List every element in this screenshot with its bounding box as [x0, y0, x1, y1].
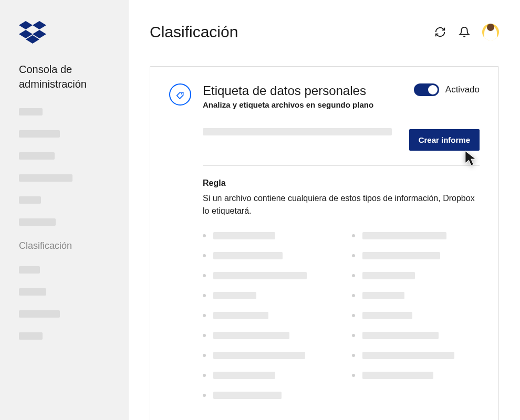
svg-point-5 [170, 84, 191, 105]
sidebar-item-placeholder[interactable] [19, 196, 41, 204]
console-title: Consola de administración [19, 62, 110, 91]
sync-icon[interactable] [434, 26, 446, 38]
rule-item [203, 272, 331, 279]
classification-card: Etiqueta de datos personales Analiza y e… [150, 66, 499, 420]
bullet-icon [203, 254, 206, 257]
rule-item [352, 372, 480, 379]
bell-icon[interactable] [458, 26, 471, 38]
rule-item [203, 352, 331, 359]
sidebar-nav: Clasificación [19, 108, 110, 340]
rule-item-placeholder [213, 252, 283, 259]
sidebar-item-placeholder[interactable] [19, 130, 60, 138]
bullet-icon [203, 354, 206, 357]
bullet-icon [203, 394, 206, 397]
bullet-icon [203, 314, 206, 317]
rule-item [352, 272, 480, 279]
tag-icon [169, 83, 191, 106]
rule-item-placeholder [362, 252, 440, 259]
bullet-icon [352, 254, 355, 257]
rule-item [203, 332, 331, 339]
bullet-icon [352, 354, 355, 357]
sidebar-item-placeholder[interactable] [19, 218, 56, 226]
rule-item [203, 292, 331, 299]
card-header: Etiqueta de datos personales Analiza y e… [169, 83, 480, 109]
dropbox-logo-icon [19, 21, 110, 46]
rule-description: Si un archivo contiene cualquiera de est… [203, 192, 480, 217]
rule-item-placeholder [362, 232, 446, 239]
rule-item-placeholder [362, 372, 433, 379]
sidebar-item-placeholder[interactable] [19, 266, 40, 274]
rule-item-placeholder [213, 312, 268, 319]
rule-item [352, 352, 480, 359]
sidebar-item-placeholder[interactable] [19, 108, 43, 116]
svg-point-6 [181, 93, 182, 94]
rule-list [203, 232, 480, 412]
sidebar-item-placeholder[interactable] [19, 332, 43, 340]
main-content: Clasificación [129, 0, 520, 420]
rule-item [352, 252, 480, 259]
sidebar-item-placeholder[interactable] [19, 288, 46, 296]
header-actions [434, 24, 499, 40]
rule-item [352, 232, 480, 239]
bullet-icon [352, 374, 355, 377]
rule-item-placeholder [362, 292, 404, 299]
rule-item-placeholder [213, 232, 275, 239]
toggle-wrapper: Activado [414, 83, 480, 96]
toggle-label: Activado [445, 85, 480, 95]
sidebar-item-placeholder[interactable] [19, 174, 72, 182]
rule-item-placeholder [213, 392, 282, 399]
bullet-icon [352, 274, 355, 277]
bullet-icon [203, 334, 206, 337]
card-subtitle: Analiza y etiqueta archivos en segundo p… [203, 100, 402, 109]
bullet-icon [203, 374, 206, 377]
bullet-icon [203, 294, 206, 297]
bullet-icon [352, 314, 355, 317]
rule-item-placeholder [362, 272, 415, 279]
create-report-row: Crear informe [169, 129, 480, 151]
bullet-icon [203, 234, 206, 237]
rule-heading: Regla [203, 178, 480, 188]
rule-item [203, 372, 331, 379]
bullet-icon [203, 274, 206, 277]
rule-item-placeholder [362, 332, 439, 339]
rule-item [352, 332, 480, 339]
sidebar: Consola de administración Clasificación [0, 0, 129, 420]
svg-marker-1 [33, 21, 46, 29]
rule-section: Regla Si un archivo contiene cualquiera … [203, 178, 480, 412]
rule-item-placeholder [362, 312, 412, 319]
header: Clasificación [150, 23, 499, 41]
rule-item [203, 312, 331, 319]
rule-item [203, 232, 331, 239]
divider [203, 165, 480, 166]
page-title: Clasificación [150, 23, 238, 41]
avatar[interactable] [482, 24, 499, 40]
rule-item [352, 312, 480, 319]
rule-item [203, 252, 331, 259]
rule-item-placeholder [213, 352, 305, 359]
bullet-icon [352, 294, 355, 297]
create-report-button[interactable]: Crear informe [409, 129, 480, 151]
toggle-switch[interactable] [414, 83, 439, 96]
sidebar-item-placeholder[interactable] [19, 152, 55, 160]
sidebar-item-classification[interactable]: Clasificación [19, 240, 110, 251]
rule-item-placeholder [213, 292, 256, 299]
rule-item-placeholder [362, 352, 454, 359]
card-header-text: Etiqueta de datos personales Analiza y e… [203, 83, 402, 109]
bullet-icon [352, 334, 355, 337]
rule-item [203, 392, 331, 399]
svg-marker-0 [19, 21, 33, 29]
bullet-icon [352, 234, 355, 237]
rule-item-placeholder [213, 372, 275, 379]
rule-item-placeholder [213, 272, 307, 279]
rule-item [352, 292, 480, 299]
cursor-icon [462, 149, 481, 168]
sidebar-item-placeholder[interactable] [19, 310, 60, 318]
card-title: Etiqueta de datos personales [203, 83, 402, 98]
rule-item-placeholder [213, 332, 289, 339]
